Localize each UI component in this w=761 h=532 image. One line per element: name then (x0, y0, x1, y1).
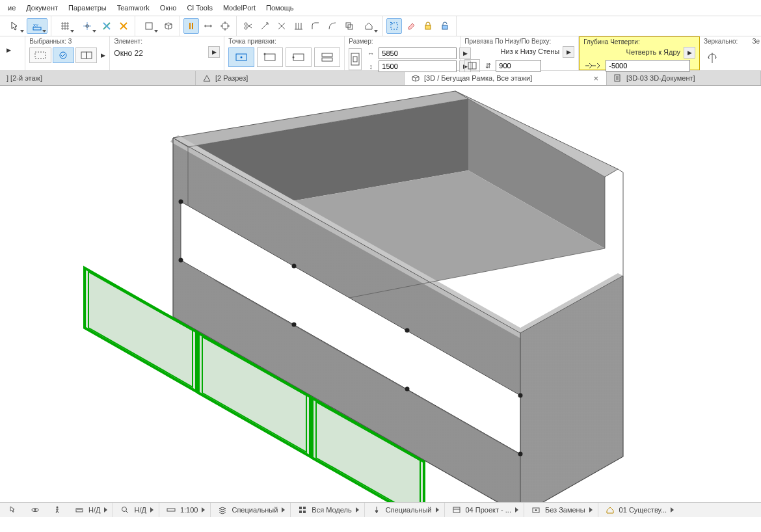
selection-count: Выбранных: 3 (29, 38, 105, 45)
svg-rect-12 (425, 25, 431, 29)
svg-point-60 (292, 323, 297, 327)
sel-method-3[interactable] (75, 47, 97, 63)
sb-orbit[interactable] (29, 504, 42, 516)
tool-eraser[interactable] (403, 18, 419, 34)
tool-dimension[interactable] (200, 18, 216, 34)
sb-arrow[interactable] (436, 507, 439, 512)
tab-label: [2 Разрез] (215, 74, 248, 82)
tool-cursor[interactable] (5, 18, 25, 34)
menu-item[interactable]: Документ (21, 3, 63, 13)
width-icon: ↔ (366, 48, 376, 59)
size-label: Размер: (349, 38, 456, 45)
panel-mirror-cut: Зе (751, 36, 761, 70)
sb-pin-icon[interactable] (370, 504, 383, 516)
tool-cube[interactable] (161, 18, 176, 34)
tab-close-button[interactable]: × (592, 73, 600, 83)
sb-arrow[interactable] (356, 507, 359, 512)
sb-zoom-icon[interactable] (118, 504, 131, 516)
tool-intersect[interactable] (274, 18, 289, 34)
anchor-corner[interactable] (257, 47, 283, 67)
menu-item[interactable]: Teamwork (112, 3, 155, 13)
menu-item[interactable]: Помощь (261, 3, 299, 13)
svg-point-58 (179, 258, 183, 263)
tool-guide-blue[interactable] (99, 18, 114, 34)
sb-model-icon[interactable] (296, 504, 309, 516)
sb-arrow[interactable] (202, 507, 205, 512)
tool-guide-orange[interactable] (116, 18, 131, 34)
mirror-button[interactable] (704, 49, 722, 67)
tool-align[interactable] (291, 18, 306, 34)
sel-method-2[interactable] (53, 47, 74, 63)
sb-scale-icon[interactable] (73, 504, 86, 516)
tab-floor-plan[interactable]: ] [2-й этаж] (0, 71, 196, 85)
sb-arrow[interactable] (282, 507, 285, 512)
tool-home[interactable] (358, 18, 379, 34)
menu-item[interactable]: ие (3, 3, 21, 13)
tool-fillet[interactable] (308, 18, 323, 34)
tab-section[interactable]: [2 Разрез] (196, 71, 405, 85)
menu-item[interactable]: CI Tools (181, 3, 218, 13)
viewport-3d[interactable] (0, 86, 761, 502)
svg-rect-22 (293, 54, 304, 60)
tool-arc[interactable] (325, 18, 340, 34)
menu-item[interactable]: Окно (155, 3, 182, 13)
svg-point-73 (34, 509, 36, 511)
mirror-label: Зеркально: (704, 38, 747, 45)
svg-point-7 (245, 27, 247, 29)
svg-rect-25 (322, 58, 332, 61)
anchor-side[interactable] (286, 47, 312, 67)
menu-item[interactable]: ModelPort (218, 3, 261, 13)
bind-icon[interactable] (464, 59, 480, 72)
tool-adjust[interactable] (257, 18, 273, 34)
width-input[interactable] (379, 47, 457, 59)
sb-arrow[interactable] (150, 507, 154, 512)
depth-caption-go[interactable]: ▶ (684, 47, 695, 59)
tool-offset[interactable] (341, 18, 357, 34)
sb-house-icon[interactable] (604, 504, 617, 516)
tool-scissors[interactable] (240, 18, 256, 34)
sb-cursor[interactable] (7, 504, 20, 516)
size-link-icon[interactable] (349, 48, 362, 70)
menu-item[interactable]: Параметры (63, 3, 112, 13)
depth-value-input[interactable] (606, 60, 690, 72)
sb-arrow[interactable] (671, 507, 674, 512)
tool-snap[interactable] (77, 18, 98, 34)
panel-anchor: Точка привязки: (224, 36, 345, 70)
element-settings-button[interactable]: ▶ (208, 46, 220, 58)
tab-3d-view[interactable]: [3D / Бегущая Рамка, Все этажи] × (405, 71, 607, 85)
sb-project-icon[interactable] (450, 504, 463, 516)
bind-label: Привязка По Низу/По Верху: (464, 38, 574, 45)
anchor-center[interactable] (228, 47, 254, 67)
svg-point-61 (405, 328, 410, 333)
tool-xy-plane[interactable]: XY (27, 18, 47, 34)
sb-arrow[interactable] (515, 507, 518, 512)
sb-special1: Специальный (232, 506, 278, 514)
tool-marquee[interactable] (386, 18, 402, 34)
sb-arrow[interactable] (104, 507, 107, 512)
height-input[interactable] (379, 60, 457, 72)
svg-rect-1 (33, 27, 41, 30)
sb-walk[interactable] (51, 504, 64, 516)
sel-method-1[interactable] (29, 47, 51, 63)
sb-ruler-icon[interactable] (165, 504, 178, 516)
svg-rect-26 (351, 53, 359, 65)
svg-rect-27 (353, 57, 357, 62)
sel-more[interactable]: ▶ (101, 52, 105, 59)
tool-suspend[interactable] (183, 18, 199, 34)
anchor-stack[interactable] (314, 47, 340, 67)
tool-grid[interactable] (55, 18, 75, 34)
svg-point-64 (518, 452, 523, 457)
tool-unlock[interactable] (437, 18, 453, 34)
bind-value-input[interactable] (496, 60, 541, 72)
svg-point-59 (292, 264, 297, 269)
tool-target[interactable] (217, 18, 233, 34)
sb-arrow[interactable] (589, 507, 593, 512)
depth-icon (583, 60, 603, 72)
tool-layer[interactable] (139, 18, 159, 34)
svg-rect-13 (442, 25, 447, 29)
sb-replace-icon[interactable] (529, 504, 542, 516)
tab-3d-document[interactable]: [3D-03 3D-Документ] (607, 71, 761, 85)
tool-lock[interactable] (420, 18, 436, 34)
bind-caption-go[interactable]: ▶ (563, 46, 574, 58)
sb-layers-icon[interactable] (216, 504, 229, 516)
